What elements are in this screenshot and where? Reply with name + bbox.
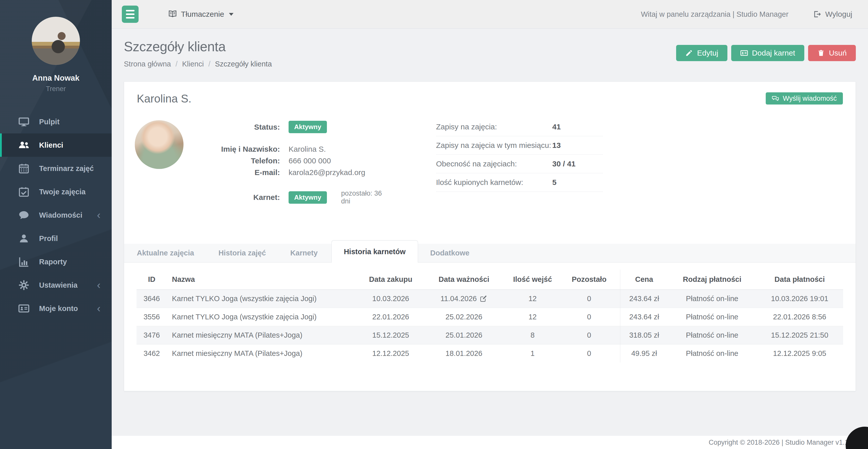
header-actions: Edytuj Dodaj karnet Usuń bbox=[676, 45, 856, 68]
cell-id: 3462 bbox=[136, 344, 167, 362]
breadcrumb: Strona główna / Klienci / Szczegóły klie… bbox=[124, 60, 272, 68]
logout-button[interactable]: Wyloguj bbox=[813, 10, 852, 19]
stat-row: Zapisy na zajęcia w tym miesiącu: 13 bbox=[436, 136, 603, 155]
tab-aktualne-zajecia[interactable]: Aktualne zajęcia bbox=[129, 244, 202, 262]
breadcrumb-klienci[interactable]: Klienci bbox=[182, 60, 204, 68]
tab-historia-zajec[interactable]: Historia zajęć bbox=[211, 244, 274, 262]
cell-data-platnosci: 10.03.2026 19:01 bbox=[756, 289, 843, 308]
desktop-icon bbox=[18, 116, 29, 127]
cell-ilosc-wejsc: 1 bbox=[507, 344, 558, 362]
sidebar-item-klienci[interactable]: Klienci bbox=[0, 133, 112, 157]
cell-data-platnosci: 12.12.2025 9:05 bbox=[756, 344, 843, 362]
cell-rodzaj-platnosci: Płatność on-line bbox=[668, 326, 756, 344]
sidebar-item-moje-konto[interactable]: Moje konto ‹ bbox=[0, 297, 112, 320]
footer: Copyright © 2018-2026 | Studio Manager v… bbox=[112, 436, 868, 449]
chevron-left-icon: ‹ bbox=[97, 280, 100, 290]
topbar-right: Witaj w panelu zarządzania | Studio Mana… bbox=[641, 10, 852, 19]
translate-dropdown[interactable]: Tłumaczenie bbox=[168, 10, 234, 19]
caret-down-icon bbox=[229, 13, 234, 16]
email-value: karola26@przykad.org bbox=[288, 168, 365, 177]
col-rodzaj-platnosci: Rodzaj płatności bbox=[668, 270, 756, 289]
chevron-left-icon: ‹ bbox=[97, 210, 100, 220]
sidebar-item-ustawienia[interactable]: Ustawienia ‹ bbox=[0, 274, 112, 297]
edit-button-label: Edytuj bbox=[697, 49, 718, 57]
edit-button[interactable]: Edytuj bbox=[676, 45, 727, 61]
send-message-button[interactable]: Wyślij wiadomość bbox=[766, 92, 843, 104]
sidebar-item-label: Profil bbox=[39, 234, 58, 243]
stat-label: Ilość kupionych karnetów: bbox=[436, 178, 552, 187]
status-badge: Aktywny bbox=[288, 121, 327, 133]
pass-remaining: pozostało: 36 dni bbox=[341, 190, 386, 205]
trash-icon bbox=[817, 49, 825, 57]
col-nazwa: Nazwa bbox=[167, 270, 361, 289]
sidebar-toggle-button[interactable] bbox=[122, 6, 138, 23]
sidebar-item-label: Twoje zajęcia bbox=[39, 188, 86, 196]
corner-widget-button[interactable] bbox=[846, 427, 868, 449]
table-header-row: ID Nazwa Data zakupu Data ważności Ilość… bbox=[136, 270, 843, 289]
sidebar-item-profil[interactable]: Profil bbox=[0, 227, 112, 250]
sidebar-item-wiadomosci[interactable]: Wiadomości ‹ bbox=[0, 203, 112, 227]
sidebar: Anna Nowak Trener Pulpit Klienci Termina… bbox=[0, 0, 112, 449]
tab-dodatkowe[interactable]: Dodatkowe bbox=[423, 244, 477, 262]
sidebar-item-twoje-zajecia[interactable]: Twoje zajęcia bbox=[0, 180, 112, 203]
sidebar-item-label: Moje konto bbox=[39, 304, 78, 313]
pass-history-table: ID Nazwa Data zakupu Data ważności Ilość… bbox=[136, 270, 843, 362]
col-ilosc-wejsc: Ilość wejść bbox=[507, 270, 558, 289]
client-photo bbox=[135, 120, 184, 169]
delete-button-label: Usuń bbox=[829, 49, 847, 57]
tab-historia-karnetow[interactable]: Historia karnetów bbox=[332, 240, 418, 262]
client-profile-section: Status: Aktywny Imię i Nazwisko: Karolin… bbox=[124, 120, 856, 205]
welcome-text: Witaj w panelu zarządzania | Studio Mana… bbox=[641, 10, 788, 19]
calendar-icon bbox=[18, 163, 29, 174]
sidebar-item-terminarz[interactable]: Terminarz zajęć bbox=[0, 157, 112, 180]
cell-pozostalo: 0 bbox=[558, 308, 620, 326]
main-area: Tłumaczenie Witaj w panelu zarządzania |… bbox=[112, 0, 868, 449]
cell-pozostalo: 0 bbox=[558, 289, 620, 308]
cell-id: 3556 bbox=[136, 308, 167, 326]
cell-data-zakupu: 10.03.2026 bbox=[361, 289, 421, 308]
sidebar-item-raporty[interactable]: Raporty bbox=[0, 250, 112, 274]
stat-label: Zapisy na zajęcia: bbox=[436, 123, 552, 131]
top-bar: Tłumaczenie Witaj w panelu zarządzania |… bbox=[112, 0, 868, 29]
breadcrumb-separator: / bbox=[175, 60, 177, 68]
breadcrumb-home[interactable]: Strona główna bbox=[124, 60, 171, 68]
edit-date-icon[interactable] bbox=[480, 295, 487, 302]
sidebar-profile: Anna Nowak Trener bbox=[0, 0, 112, 93]
bar-chart-icon bbox=[18, 256, 29, 267]
client-name: Karolina S. bbox=[137, 92, 191, 105]
gear-icon bbox=[18, 280, 29, 291]
stat-value: 30 / 41 bbox=[552, 160, 603, 168]
calendar-check-icon bbox=[18, 186, 29, 197]
page-header: Szczegóły klienta Strona główna / Klienc… bbox=[112, 29, 868, 68]
cell-data-zakupu: 12.12.2025 bbox=[361, 344, 421, 362]
breadcrumb-current: Szczegóły klienta bbox=[215, 60, 272, 68]
client-stats: Zapisy na zajęcia: 41 Zapisy na zajęcia … bbox=[436, 118, 603, 205]
table-row: 3462 Karnet miesięczny MATA (Pilates+Jog… bbox=[136, 344, 843, 362]
cell-cena: 243.64 zł bbox=[620, 308, 668, 326]
cell-data-platnosci: 22.01.2026 8:56 bbox=[756, 308, 843, 326]
add-pass-button[interactable]: Dodaj karnet bbox=[731, 45, 804, 61]
hamburger-icon bbox=[126, 10, 134, 11]
cell-nazwa: Karnet miesięczny MATA (Pilates+Joga) bbox=[167, 326, 361, 344]
stat-value: 5 bbox=[552, 178, 603, 187]
cell-rodzaj-platnosci: Płatność on-line bbox=[668, 289, 756, 308]
fullname-value: Karolina S. bbox=[288, 145, 326, 154]
cell-pozostalo: 0 bbox=[558, 326, 620, 344]
cell-pozostalo: 0 bbox=[558, 344, 620, 362]
cell-nazwa: Karnet miesięczny MATA (Pilates+Joga) bbox=[167, 344, 361, 362]
col-pozostalo: Pozostało bbox=[558, 270, 620, 289]
sidebar-item-pulpit[interactable]: Pulpit bbox=[0, 110, 112, 133]
tab-karnety[interactable]: Karnety bbox=[283, 244, 326, 262]
status-label: Status: bbox=[184, 123, 280, 131]
cell-ilosc-wejsc: 12 bbox=[507, 289, 558, 308]
cell-data-waznosci: 25.01.2026 bbox=[421, 326, 507, 344]
trainer-role: Trener bbox=[0, 85, 112, 93]
cell-data-zakupu: 22.01.2026 bbox=[361, 308, 421, 326]
stat-row: Obecność na zajęciach: 30 / 41 bbox=[436, 155, 603, 173]
table-row: 3646 Karnet TYLKO Joga (wszystkie zajęci… bbox=[136, 289, 843, 308]
delete-button[interactable]: Usuń bbox=[808, 45, 856, 61]
cell-nazwa: Karnet TYLKO Joga (wszystkie zajęcia Jog… bbox=[167, 289, 361, 308]
cell-data-zakupu: 15.12.2025 bbox=[361, 326, 421, 344]
client-card: Karolina S. Wyślij wiadomość Status: Akt… bbox=[124, 82, 856, 391]
table-row: 3556 Karnet TYLKO Joga (wszystkie zajęci… bbox=[136, 308, 843, 326]
